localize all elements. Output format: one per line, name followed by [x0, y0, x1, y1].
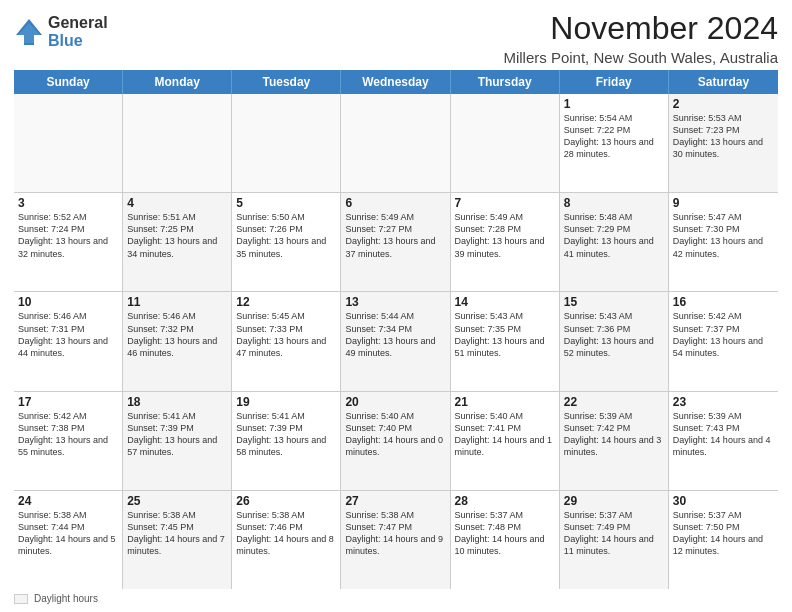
day-info: Sunrise: 5:41 AM Sunset: 7:39 PM Dayligh…: [236, 410, 336, 459]
calendar-cell: 27Sunrise: 5:38 AM Sunset: 7:47 PM Dayli…: [341, 491, 450, 589]
calendar-cell: [232, 94, 341, 192]
calendar-row: 24Sunrise: 5:38 AM Sunset: 7:44 PM Dayli…: [14, 491, 778, 589]
svg-marker-1: [18, 23, 40, 43]
calendar-cell: 15Sunrise: 5:43 AM Sunset: 7:36 PM Dayli…: [560, 292, 669, 390]
calendar-cell: [451, 94, 560, 192]
day-number: 18: [127, 395, 227, 409]
calendar-cell: 22Sunrise: 5:39 AM Sunset: 7:42 PM Dayli…: [560, 392, 669, 490]
calendar-header: SundayMondayTuesdayWednesdayThursdayFrid…: [14, 70, 778, 94]
calendar-cell: 30Sunrise: 5:37 AM Sunset: 7:50 PM Dayli…: [669, 491, 778, 589]
day-number: 10: [18, 295, 118, 309]
header: General Blue November 2024 Millers Point…: [14, 10, 778, 66]
calendar: SundayMondayTuesdayWednesdayThursdayFrid…: [14, 70, 778, 589]
calendar-cell: 10Sunrise: 5:46 AM Sunset: 7:31 PM Dayli…: [14, 292, 123, 390]
day-info: Sunrise: 5:45 AM Sunset: 7:33 PM Dayligh…: [236, 310, 336, 359]
day-info: Sunrise: 5:43 AM Sunset: 7:36 PM Dayligh…: [564, 310, 664, 359]
calendar-header-cell: Thursday: [451, 70, 560, 94]
title-block: November 2024 Millers Point, New South W…: [503, 10, 778, 66]
day-number: 13: [345, 295, 445, 309]
calendar-cell: 6Sunrise: 5:49 AM Sunset: 7:27 PM Daylig…: [341, 193, 450, 291]
day-number: 17: [18, 395, 118, 409]
day-info: Sunrise: 5:37 AM Sunset: 7:50 PM Dayligh…: [673, 509, 774, 558]
calendar-row: 1Sunrise: 5:54 AM Sunset: 7:22 PM Daylig…: [14, 94, 778, 193]
calendar-cell: 18Sunrise: 5:41 AM Sunset: 7:39 PM Dayli…: [123, 392, 232, 490]
day-info: Sunrise: 5:44 AM Sunset: 7:34 PM Dayligh…: [345, 310, 445, 359]
day-info: Sunrise: 5:41 AM Sunset: 7:39 PM Dayligh…: [127, 410, 227, 459]
day-info: Sunrise: 5:46 AM Sunset: 7:31 PM Dayligh…: [18, 310, 118, 359]
calendar-cell: 2Sunrise: 5:53 AM Sunset: 7:23 PM Daylig…: [669, 94, 778, 192]
calendar-row: 10Sunrise: 5:46 AM Sunset: 7:31 PM Dayli…: [14, 292, 778, 391]
day-info: Sunrise: 5:38 AM Sunset: 7:45 PM Dayligh…: [127, 509, 227, 558]
day-info: Sunrise: 5:52 AM Sunset: 7:24 PM Dayligh…: [18, 211, 118, 260]
legend-box: [14, 594, 28, 604]
day-number: 3: [18, 196, 118, 210]
calendar-cell: [341, 94, 450, 192]
calendar-header-cell: Saturday: [669, 70, 778, 94]
calendar-cell: 21Sunrise: 5:40 AM Sunset: 7:41 PM Dayli…: [451, 392, 560, 490]
calendar-cell: 25Sunrise: 5:38 AM Sunset: 7:45 PM Dayli…: [123, 491, 232, 589]
calendar-row: 17Sunrise: 5:42 AM Sunset: 7:38 PM Dayli…: [14, 392, 778, 491]
subtitle: Millers Point, New South Wales, Australi…: [503, 49, 778, 66]
day-number: 26: [236, 494, 336, 508]
calendar-cell: 23Sunrise: 5:39 AM Sunset: 7:43 PM Dayli…: [669, 392, 778, 490]
day-number: 22: [564, 395, 664, 409]
calendar-cell: 8Sunrise: 5:48 AM Sunset: 7:29 PM Daylig…: [560, 193, 669, 291]
calendar-cell: 4Sunrise: 5:51 AM Sunset: 7:25 PM Daylig…: [123, 193, 232, 291]
day-info: Sunrise: 5:38 AM Sunset: 7:44 PM Dayligh…: [18, 509, 118, 558]
day-info: Sunrise: 5:40 AM Sunset: 7:41 PM Dayligh…: [455, 410, 555, 459]
day-number: 11: [127, 295, 227, 309]
logo-icon: [14, 17, 44, 47]
day-info: Sunrise: 5:39 AM Sunset: 7:42 PM Dayligh…: [564, 410, 664, 459]
calendar-cell: 12Sunrise: 5:45 AM Sunset: 7:33 PM Dayli…: [232, 292, 341, 390]
calendar-cell: 13Sunrise: 5:44 AM Sunset: 7:34 PM Dayli…: [341, 292, 450, 390]
day-number: 29: [564, 494, 664, 508]
day-info: Sunrise: 5:38 AM Sunset: 7:47 PM Dayligh…: [345, 509, 445, 558]
day-info: Sunrise: 5:37 AM Sunset: 7:48 PM Dayligh…: [455, 509, 555, 558]
day-info: Sunrise: 5:42 AM Sunset: 7:37 PM Dayligh…: [673, 310, 774, 359]
day-number: 15: [564, 295, 664, 309]
calendar-row: 3Sunrise: 5:52 AM Sunset: 7:24 PM Daylig…: [14, 193, 778, 292]
calendar-cell: 19Sunrise: 5:41 AM Sunset: 7:39 PM Dayli…: [232, 392, 341, 490]
calendar-cell: 9Sunrise: 5:47 AM Sunset: 7:30 PM Daylig…: [669, 193, 778, 291]
day-number: 14: [455, 295, 555, 309]
calendar-cell: 26Sunrise: 5:38 AM Sunset: 7:46 PM Dayli…: [232, 491, 341, 589]
calendar-cell: 11Sunrise: 5:46 AM Sunset: 7:32 PM Dayli…: [123, 292, 232, 390]
calendar-cell: 20Sunrise: 5:40 AM Sunset: 7:40 PM Dayli…: [341, 392, 450, 490]
day-number: 27: [345, 494, 445, 508]
calendar-cell: 28Sunrise: 5:37 AM Sunset: 7:48 PM Dayli…: [451, 491, 560, 589]
calendar-header-cell: Sunday: [14, 70, 123, 94]
day-info: Sunrise: 5:50 AM Sunset: 7:26 PM Dayligh…: [236, 211, 336, 260]
calendar-cell: 5Sunrise: 5:50 AM Sunset: 7:26 PM Daylig…: [232, 193, 341, 291]
calendar-cell: 29Sunrise: 5:37 AM Sunset: 7:49 PM Dayli…: [560, 491, 669, 589]
day-number: 20: [345, 395, 445, 409]
day-info: Sunrise: 5:47 AM Sunset: 7:30 PM Dayligh…: [673, 211, 774, 260]
day-number: 30: [673, 494, 774, 508]
day-info: Sunrise: 5:51 AM Sunset: 7:25 PM Dayligh…: [127, 211, 227, 260]
day-number: 21: [455, 395, 555, 409]
logo: General Blue: [14, 14, 108, 49]
calendar-cell: 24Sunrise: 5:38 AM Sunset: 7:44 PM Dayli…: [14, 491, 123, 589]
day-info: Sunrise: 5:42 AM Sunset: 7:38 PM Dayligh…: [18, 410, 118, 459]
day-info: Sunrise: 5:37 AM Sunset: 7:49 PM Dayligh…: [564, 509, 664, 558]
day-number: 4: [127, 196, 227, 210]
logo-blue: Blue: [48, 32, 108, 50]
legend: Daylight hours: [14, 593, 778, 604]
logo-text: General Blue: [48, 14, 108, 49]
day-info: Sunrise: 5:43 AM Sunset: 7:35 PM Dayligh…: [455, 310, 555, 359]
day-info: Sunrise: 5:48 AM Sunset: 7:29 PM Dayligh…: [564, 211, 664, 260]
calendar-cell: 14Sunrise: 5:43 AM Sunset: 7:35 PM Dayli…: [451, 292, 560, 390]
calendar-cell: 16Sunrise: 5:42 AM Sunset: 7:37 PM Dayli…: [669, 292, 778, 390]
day-info: Sunrise: 5:53 AM Sunset: 7:23 PM Dayligh…: [673, 112, 774, 161]
day-number: 12: [236, 295, 336, 309]
day-info: Sunrise: 5:40 AM Sunset: 7:40 PM Dayligh…: [345, 410, 445, 459]
day-number: 2: [673, 97, 774, 111]
calendar-cell: 7Sunrise: 5:49 AM Sunset: 7:28 PM Daylig…: [451, 193, 560, 291]
day-number: 23: [673, 395, 774, 409]
day-info: Sunrise: 5:39 AM Sunset: 7:43 PM Dayligh…: [673, 410, 774, 459]
day-number: 9: [673, 196, 774, 210]
day-number: 8: [564, 196, 664, 210]
day-number: 7: [455, 196, 555, 210]
day-number: 6: [345, 196, 445, 210]
day-number: 1: [564, 97, 664, 111]
calendar-cell: 1Sunrise: 5:54 AM Sunset: 7:22 PM Daylig…: [560, 94, 669, 192]
